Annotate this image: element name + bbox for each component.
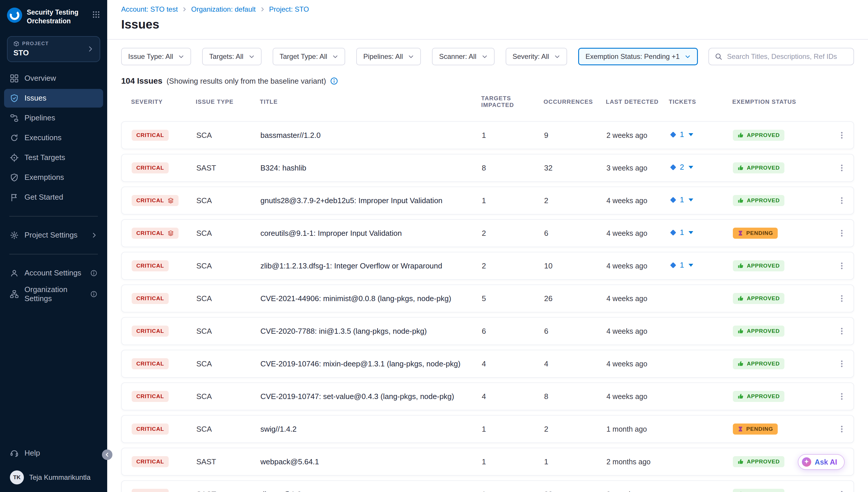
user-profile[interactable]: TK Teja Kummarikuntla (0, 470, 107, 485)
ask-ai-icon (802, 457, 811, 467)
issue-count: 104 Issues (121, 76, 162, 86)
exemption-badge: APPROVED (733, 195, 784, 206)
table-row[interactable]: CRITICAL SCA coreutils@9.1-1: Improper I… (121, 219, 854, 247)
issue-title: coreutils@9.1-1: Improper Input Validati… (260, 229, 482, 238)
issue-type: SCA (196, 360, 260, 368)
filter-dropdown[interactable]: Exemption Status: Pending +1 (578, 48, 698, 65)
table-row[interactable]: CRITICAL SAST django@1.2 1 22 2 months a… (121, 480, 854, 492)
row-menu-button[interactable] (835, 129, 848, 142)
apps-grid-icon[interactable] (92, 7, 100, 19)
row-menu-button[interactable] (835, 292, 848, 305)
approved-icon (737, 295, 744, 302)
breadcrumb-account[interactable]: Account: STO test (121, 5, 178, 14)
filter-dropdown[interactable]: Issue Type: All (121, 48, 191, 65)
main-content: Account: STO test Organization: default … (107, 0, 868, 492)
table-row[interactable]: CRITICAL SCA gnutls28@3.7.9-2+deb12u5: I… (121, 187, 854, 215)
table-row[interactable]: CRITICAL SCA swig//1.4.2 1 2 1 month ago (121, 415, 854, 443)
table-row[interactable]: CRITICAL SAST B324: hashlib 8 32 3 weeks… (121, 154, 854, 182)
ask-ai-button[interactable]: Ask AI (798, 454, 845, 470)
chevron-down-icon (408, 54, 414, 59)
ticket-link[interactable]: 2 (669, 163, 693, 172)
chevron-down-icon (689, 133, 693, 136)
table-row[interactable]: CRITICAL SCA CVE-2019-10746: mixin-deep@… (121, 350, 854, 378)
issue-title: bassmaster//1.2.0 (260, 131, 482, 140)
last-detected: 1 month ago (606, 425, 669, 434)
table-row[interactable]: CRITICAL SCA zlib@1:1.2.13.dfsg-1: Integ… (121, 252, 854, 280)
harness-logo (7, 7, 22, 23)
filter-dropdown[interactable]: Targets: All (202, 48, 261, 65)
exemption-badge: APPROVED (733, 489, 784, 492)
occurrences: 1 (544, 457, 606, 466)
search-input[interactable] (727, 52, 848, 60)
table-row[interactable]: CRITICAL SCA bassmaster//1.2.0 1 9 2 wee… (121, 121, 854, 149)
ticket-link[interactable]: 1 (669, 261, 693, 270)
sidebar-item-test-targets[interactable]: Test Targets (4, 148, 103, 167)
targets-impacted: 5 (482, 294, 544, 303)
ticket-link[interactable]: 1 (669, 195, 693, 204)
filter-dropdown[interactable]: Severity: All (506, 48, 567, 65)
breadcrumb: Account: STO test Organization: default … (121, 5, 854, 14)
info-icon[interactable] (330, 77, 338, 85)
user-name: Teja Kummarikuntla (29, 473, 90, 482)
ticket-icon (669, 229, 677, 237)
row-menu-button[interactable] (835, 423, 848, 436)
row-menu-button[interactable] (835, 260, 848, 272)
sidebar-item-pipelines[interactable]: Pipelines (4, 109, 103, 127)
row-menu-button[interactable] (835, 194, 848, 207)
account-icon (10, 269, 19, 277)
sidebar-item-executions[interactable]: Executions (4, 128, 103, 147)
sidebar-item-get-started[interactable]: Get Started (4, 188, 103, 207)
filter-dropdown[interactable]: Target Type: All (273, 48, 345, 65)
table-row[interactable]: CRITICAL SAST webpack@5.64.1 1 1 2 month… (121, 448, 854, 476)
issue-title: CVE-2020-7788: ini@1.3.5 (lang-pkgs, nod… (260, 327, 482, 336)
sidebar-item-overview[interactable]: Overview (4, 69, 103, 88)
occurrences: 2 (544, 196, 606, 205)
sidebar-collapse-button[interactable] (102, 449, 112, 460)
column-header: SEVERITY (131, 99, 196, 105)
filter-dropdown[interactable]: Pipelines: All (356, 48, 421, 65)
filter-dropdown[interactable]: Scanner: All (432, 48, 494, 65)
pipelines-icon (10, 114, 19, 122)
ticket-link[interactable]: 1 (669, 228, 693, 237)
chevron-down-icon (554, 54, 560, 59)
targets-impacted: 1 (482, 196, 544, 205)
chevron-down-icon (249, 54, 255, 59)
info-icon[interactable] (90, 291, 97, 298)
sidebar-item-help[interactable]: Help (4, 444, 103, 462)
search-icon (715, 53, 722, 60)
row-menu-button[interactable] (835, 357, 848, 370)
sidebar: Security Testing Orchestration PROJECT S… (0, 0, 107, 492)
issues-icon (10, 94, 19, 103)
approved-icon (737, 393, 744, 400)
ticket-link[interactable]: 1 (669, 130, 693, 139)
column-header: EXEMPTION STATUS (732, 99, 835, 105)
project-selector[interactable]: PROJECT STO (7, 36, 100, 62)
help-icon (10, 448, 19, 457)
severity-badge: CRITICAL (132, 162, 169, 173)
sidebar-item-exemptions[interactable]: Exemptions (4, 168, 103, 187)
severity-badge: CRITICAL (132, 391, 169, 402)
row-menu-button[interactable] (835, 325, 848, 338)
sidebar-item-project-settings[interactable]: Project Settings (4, 226, 103, 245)
breadcrumb-organization[interactable]: Organization: default (191, 5, 256, 14)
row-menu-button[interactable] (835, 162, 848, 174)
table-row[interactable]: CRITICAL SCA CVE-2021-44906: minimist@0.… (121, 285, 854, 313)
chevron-right-icon (182, 7, 187, 12)
last-detected: 4 weeks ago (606, 262, 669, 270)
table-row[interactable]: CRITICAL SCA CVE-2020-7788: ini@1.3.5 (l… (121, 317, 854, 345)
severity-badge: CRITICAL (132, 325, 169, 337)
table-row[interactable]: CRITICAL SCA CVE-2019-10747: set-value@0… (121, 383, 854, 410)
last-detected: 4 weeks ago (606, 392, 669, 401)
chevron-down-icon (689, 231, 693, 234)
row-menu-button[interactable] (835, 390, 848, 403)
divider (9, 216, 98, 217)
row-menu-button[interactable] (835, 227, 848, 240)
sidebar-item-issues[interactable]: Issues (4, 89, 103, 107)
row-menu-button[interactable] (835, 488, 848, 492)
sidebar-item-organization-settings[interactable]: Organization Settings (4, 285, 103, 303)
breadcrumb-project[interactable]: Project: STO (269, 5, 309, 14)
sidebar-item-account-settings[interactable]: Account Settings (4, 264, 103, 282)
last-detected: 2 weeks ago (606, 131, 669, 140)
approved-icon (737, 197, 744, 204)
info-icon[interactable] (90, 270, 97, 277)
